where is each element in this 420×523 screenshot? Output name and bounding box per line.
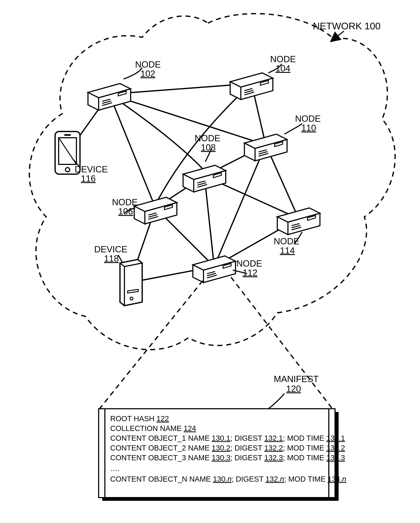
node-110: NODE 110: [244, 114, 321, 161]
node-label: NODE: [274, 236, 299, 246]
node-label: NODE: [270, 54, 296, 64]
svg-marker-27: [120, 260, 142, 306]
callout-line-right: [231, 277, 332, 409]
node-108: NODE 108: [183, 133, 226, 192]
node-num: 114: [280, 245, 295, 255]
node-label: NODE: [195, 133, 220, 143]
node-num: 104: [275, 64, 290, 74]
node-num: 108: [201, 143, 216, 153]
node-label: NODE: [112, 197, 138, 207]
node-112: NODE 112: [193, 256, 262, 283]
device-118: DEVICE 118: [94, 244, 142, 306]
device-num: 118: [104, 253, 119, 263]
manifest-box: ROOT HASH 122 COLLECTION NAME 124 CONTEN…: [99, 409, 346, 501]
svg-rect-26: [64, 134, 71, 136]
node-label: NODE: [295, 114, 321, 124]
content-ellipsis: ….: [110, 464, 120, 473]
node-num: 110: [301, 123, 316, 133]
root-hash-line: ROOT HASH 122: [110, 414, 169, 423]
collection-line: COLLECTION NAME 124: [110, 424, 196, 433]
svg-line-16: [214, 145, 266, 267]
node-num: 106: [118, 206, 133, 216]
content-row-1: CONTENT OBJECT_1 NAME 130.1; DIGEST 132.…: [110, 434, 345, 442]
manifest-num: 120: [286, 384, 301, 394]
diagram-root: NETWORK 100: [0, 0, 420, 523]
manifest-leader: [268, 394, 284, 409]
device-116: DEVICE 116: [55, 131, 108, 184]
callout-line-left: [99, 281, 203, 409]
node-label: NODE: [135, 59, 161, 69]
svg-line-9: [109, 94, 266, 145]
node-114: NODE 114: [274, 208, 320, 255]
network-label: NETWORK 100: [313, 21, 380, 31]
device-label: DEVICE: [75, 164, 108, 174]
content-row-3: CONTENT OBJECT_3 NAME 130.3; DIGEST 132.…: [110, 454, 345, 462]
node-label: NODE: [236, 259, 262, 269]
node-num: 102: [140, 69, 155, 79]
node-102: NODE 102: [88, 59, 161, 110]
svg-line-14: [204, 176, 214, 267]
node-num: 112: [243, 268, 257, 278]
content-row-2: CONTENT OBJECT_2 NAME 130.2; DIGEST 132.…: [110, 444, 345, 452]
manifest-title: MANIFEST: [274, 374, 319, 384]
device-label: DEVICE: [94, 244, 127, 254]
device-num: 116: [81, 174, 96, 184]
content-row-n: CONTENT OBJECT_N NAME 130.n; DIGEST 132.…: [110, 475, 346, 483]
node-104: NODE 104: [230, 54, 296, 99]
svg-line-8: [109, 94, 156, 208]
